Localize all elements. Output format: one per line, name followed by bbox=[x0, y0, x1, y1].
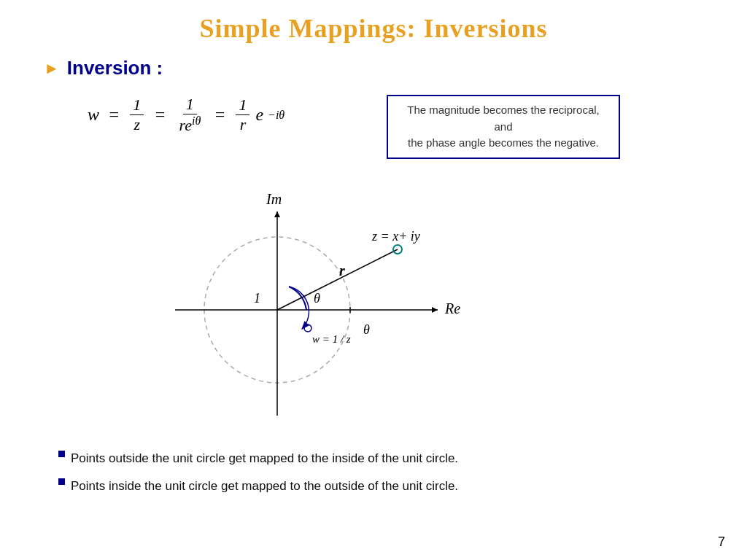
bullet-item-1: Points outside the unit circle get mappe… bbox=[58, 446, 458, 471]
bullet-text-2: Points inside the unit circle get mapped… bbox=[71, 474, 458, 499]
frac-denominator-r: r bbox=[237, 115, 249, 134]
bullet-icon-1 bbox=[58, 451, 65, 457]
exp-neg-itheta: −iθ bbox=[268, 109, 285, 122]
eq1: = bbox=[150, 105, 170, 125]
frac-numerator-1: 1 bbox=[130, 96, 144, 115]
im-label: Im bbox=[266, 191, 282, 207]
r-label: r bbox=[339, 262, 345, 279]
bullets-section: Points outside the unit circle get mappe… bbox=[58, 446, 458, 502]
diagram-svg: Im Re z = x+ iy r θ 1 bbox=[131, 168, 496, 416]
eq0: = bbox=[104, 105, 124, 125]
frac-numerator-1b: 1 bbox=[183, 95, 197, 114]
r-line bbox=[277, 249, 398, 310]
inversion-label: ► Inversion : bbox=[44, 57, 163, 79]
inversion-heading: Inversion : bbox=[67, 57, 163, 79]
formula-math: w = 1 z = 1 reiθ = 1 r e−iθ bbox=[88, 95, 285, 135]
w-label: w = 1 / z bbox=[312, 333, 351, 345]
page-number: 7 bbox=[718, 534, 725, 550]
frac-1-over-r: 1 r bbox=[236, 96, 249, 134]
page-title: Simple Mappings: Inversions bbox=[0, 0, 747, 44]
z-label: z = x+ iy bbox=[371, 229, 420, 244]
info-box: The magnitude becomes the reciprocal, an… bbox=[387, 95, 620, 159]
theta-label-upper: θ bbox=[314, 291, 320, 306]
e-exp: e bbox=[255, 105, 263, 125]
frac-denominator-reiθ: reiθ bbox=[176, 114, 204, 135]
frac-numerator-1c: 1 bbox=[236, 96, 249, 115]
bullet-arrow-icon: ► bbox=[44, 59, 60, 78]
re-label: Re bbox=[444, 300, 460, 316]
info-line2: the phase angle becomes the negative. bbox=[408, 136, 599, 149]
imag-axis-arrow bbox=[274, 211, 280, 217]
frac-denominator-z: z bbox=[131, 115, 143, 134]
real-axis-arrow bbox=[432, 307, 438, 313]
w-var: w bbox=[88, 105, 99, 125]
bullet-item-2: Points inside the unit circle get mapped… bbox=[58, 474, 458, 499]
formula-area: w = 1 z = 1 reiθ = 1 r e−iθ bbox=[88, 95, 285, 135]
one-label: 1 bbox=[254, 291, 260, 306]
theta-label-lower: θ bbox=[363, 322, 370, 337]
bullet-icon-2 bbox=[58, 478, 65, 485]
diagram-container: Im Re z = x+ iy r θ 1 bbox=[131, 168, 496, 416]
eq2: = bbox=[209, 105, 230, 125]
info-line1: The magnitude becomes the reciprocal, an… bbox=[407, 104, 599, 133]
bullet-text-1: Points outside the unit circle get mappe… bbox=[71, 446, 458, 471]
frac-1-over-z: 1 z bbox=[130, 96, 144, 134]
frac-1-over-reiθ: 1 reiθ bbox=[176, 95, 204, 135]
